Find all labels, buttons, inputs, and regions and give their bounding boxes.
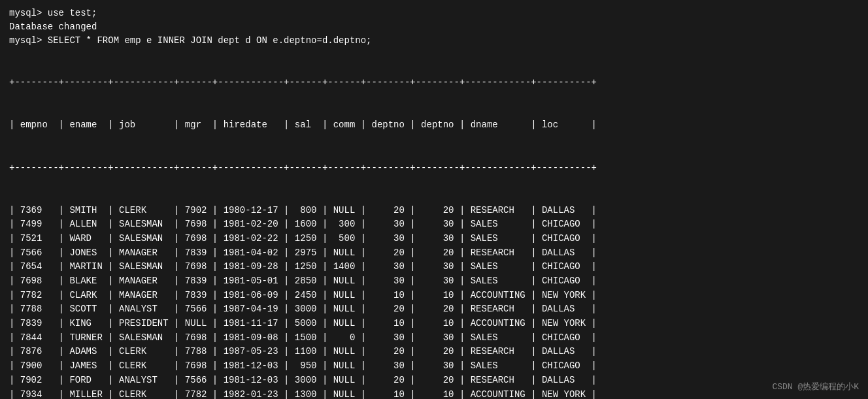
table-row: | 7782 | CLARK | MANAGER | 7839 | 1981-0… bbox=[9, 289, 859, 303]
table-row: | 7369 | SMITH | CLERK | 7902 | 1980-12-… bbox=[9, 204, 859, 218]
table-output: +--------+--------+-----------+------+--… bbox=[9, 48, 859, 399]
table-header: | empno | ename | job | mgr | hiredate |… bbox=[9, 118, 859, 133]
table-row: | 7902 | FORD | ANALYST | 7566 | 1981-12… bbox=[9, 374, 859, 388]
watermark-text: CSDN @热爱编程的小K bbox=[772, 381, 859, 392]
table-row: | 7566 | JONES | MANAGER | 7839 | 1981-0… bbox=[9, 246, 859, 261]
db-changed-line: Database changed bbox=[9, 20, 859, 34]
table-row: | 7521 | WARD | SALESMAN | 7698 | 1981-0… bbox=[9, 232, 859, 246]
table-separator-top: +--------+--------+-----------+------+--… bbox=[9, 76, 859, 90]
sql-query-line: mysql> SELECT * FROM emp e INNER JOIN de… bbox=[9, 34, 859, 48]
table-row: | 7654 | MARTIN | SALESMAN | 7698 | 1981… bbox=[9, 260, 859, 274]
table-row: | 7839 | KING | PRESIDENT | NULL | 1981-… bbox=[9, 317, 859, 331]
table-row: | 7698 | BLAKE | MANAGER | 7839 | 1981-0… bbox=[9, 274, 859, 289]
table-row: | 7876 | ADAMS | CLERK | 7788 | 1987-05-… bbox=[9, 345, 859, 359]
table-row: | 7499 | ALLEN | SALESMAN | 7698 | 1981-… bbox=[9, 217, 859, 232]
terminal-window: mysql> use test; Database changed mysql>… bbox=[9, 7, 859, 399]
prompt-line-1: mysql> use test; bbox=[9, 7, 859, 20]
table-row: | 7900 | JAMES | CLERK | 7698 | 1981-12-… bbox=[9, 359, 859, 374]
table-separator-header: +--------+--------+-----------+------+--… bbox=[9, 161, 859, 176]
table-row: | 7934 | MILLER | CLERK | 7782 | 1982-01… bbox=[9, 388, 859, 400]
table-row: | 7788 | SCOTT | ANALYST | 7566 | 1987-0… bbox=[9, 302, 859, 317]
table-rows: | 7369 | SMITH | CLERK | 7902 | 1980-12-… bbox=[9, 204, 859, 399]
table-row: | 7844 | TURNER | SALESMAN | 7698 | 1981… bbox=[9, 331, 859, 345]
